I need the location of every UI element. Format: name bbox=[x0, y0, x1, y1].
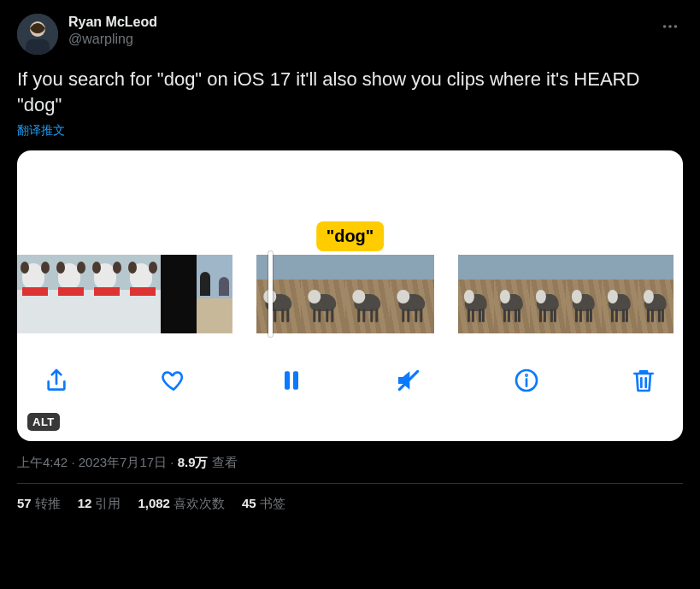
handle: @warpling bbox=[68, 31, 657, 48]
views-count: 8.9万 bbox=[178, 455, 209, 469]
tweet-container: Ryan McLeod @warpling If you search for … bbox=[0, 0, 700, 524]
like-button[interactable] bbox=[158, 365, 189, 396]
views-label: 查看 bbox=[212, 455, 238, 469]
author-names[interactable]: Ryan McLeod @warpling bbox=[68, 14, 657, 48]
share-icon bbox=[43, 367, 70, 394]
delete-button[interactable] bbox=[628, 365, 659, 396]
alt-badge[interactable]: ALT bbox=[27, 413, 60, 431]
media-top: "dog" bbox=[17, 150, 683, 255]
mute-icon bbox=[395, 367, 422, 394]
pause-button[interactable] bbox=[276, 365, 307, 396]
info-button[interactable] bbox=[511, 365, 542, 396]
caption-chip: "dog" bbox=[316, 221, 385, 251]
svg-point-4 bbox=[668, 25, 672, 28]
trash-icon bbox=[630, 367, 657, 394]
tweet-text: If you search for "dog" on iOS 17 it'll … bbox=[17, 67, 683, 118]
thumbnail bbox=[602, 255, 638, 333]
thumbnail bbox=[301, 255, 345, 333]
svg-rect-6 bbox=[285, 371, 290, 389]
share-button[interactable] bbox=[41, 365, 72, 396]
svg-rect-7 bbox=[293, 371, 298, 389]
thumbnail bbox=[458, 255, 494, 333]
pause-icon bbox=[278, 367, 305, 394]
likes-stat[interactable]: 1,082喜欢次数 bbox=[138, 496, 225, 512]
translate-link[interactable]: 翻译推文 bbox=[17, 123, 683, 138]
clip-group-3[interactable] bbox=[458, 255, 674, 333]
thumbnail bbox=[89, 255, 125, 333]
thumbnail bbox=[494, 255, 530, 333]
timeline-strip[interactable] bbox=[17, 255, 683, 333]
avatar-image bbox=[17, 14, 58, 55]
thumbnail bbox=[125, 255, 161, 333]
thumbnail bbox=[566, 255, 602, 333]
thumbnail bbox=[53, 255, 89, 333]
svg-point-5 bbox=[674, 25, 678, 28]
retweets-stat[interactable]: 57转推 bbox=[17, 496, 61, 512]
time: 上午4:42 bbox=[17, 455, 68, 469]
svg-point-3 bbox=[663, 25, 667, 28]
tweet-stats: 57转推 12引用 1,082喜欢次数 45书签 bbox=[17, 484, 683, 524]
thumbnail bbox=[161, 255, 197, 333]
heart-icon bbox=[160, 367, 187, 394]
thumbnail bbox=[256, 255, 301, 333]
svg-point-10 bbox=[526, 374, 526, 375]
clip-group-1[interactable] bbox=[17, 255, 232, 333]
thumbnail bbox=[345, 255, 390, 333]
thumbnail bbox=[530, 255, 566, 333]
svg-rect-2 bbox=[26, 39, 50, 55]
thumbnail bbox=[390, 255, 434, 333]
more-icon bbox=[661, 17, 679, 36]
tweet-header: Ryan McLeod @warpling bbox=[17, 14, 683, 55]
media-card[interactable]: "dog" bbox=[17, 150, 683, 441]
avatar[interactable] bbox=[17, 14, 58, 55]
date: 2023年7月17日 bbox=[79, 455, 167, 469]
quotes-stat[interactable]: 12引用 bbox=[78, 496, 121, 512]
mute-button[interactable] bbox=[393, 365, 424, 396]
thumbnail bbox=[17, 255, 53, 333]
playhead[interactable] bbox=[268, 251, 273, 337]
thumbnail bbox=[638, 255, 674, 333]
more-button[interactable] bbox=[657, 14, 683, 43]
media-toolbar bbox=[17, 333, 683, 427]
thumbnail bbox=[197, 255, 232, 333]
display-name: Ryan McLeod bbox=[68, 14, 657, 31]
clip-group-2[interactable] bbox=[256, 255, 434, 333]
tweet-meta[interactable]: 上午4:42 · 2023年7月17日 · 8.9万 查看 bbox=[17, 455, 683, 471]
info-icon bbox=[513, 367, 540, 394]
bookmarks-stat[interactable]: 45书签 bbox=[242, 496, 285, 512]
